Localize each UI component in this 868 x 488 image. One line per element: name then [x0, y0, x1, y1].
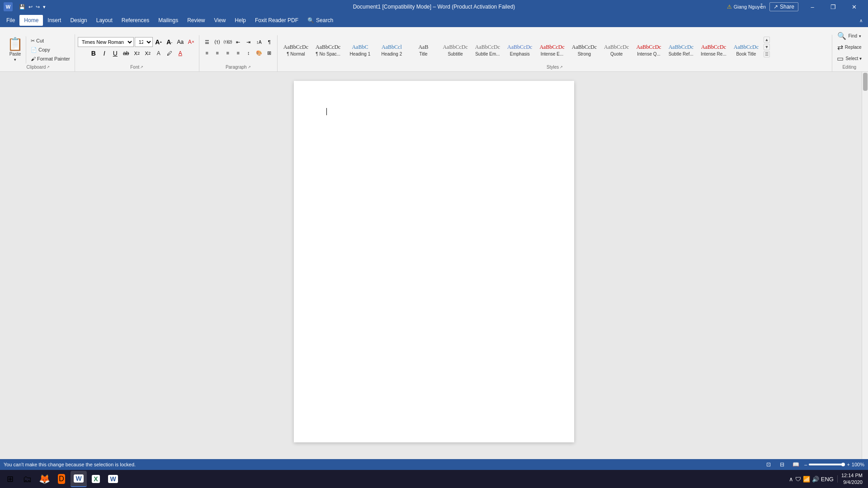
copy-button[interactable]: 📄 Copy	[29, 45, 72, 54]
menu-mailings[interactable]: Mailings	[154, 15, 183, 26]
share-button[interactable]: ↗ Share	[769, 2, 798, 11]
zoom-level[interactable]: 100%	[852, 462, 864, 467]
undo-button[interactable]: ↩	[28, 3, 33, 11]
paste-button[interactable]: 📋 Paste ▾	[5, 36, 26, 64]
align-right-button[interactable]: ≡	[223, 48, 233, 58]
styles-scroll-down[interactable]: ▼	[764, 44, 770, 50]
menu-view[interactable]: View	[210, 15, 231, 26]
font-name-select[interactable]: Times New Roman	[78, 37, 134, 47]
zoom-in-icon[interactable]: +	[847, 462, 849, 467]
font-expand-icon[interactable]: ↗	[140, 65, 143, 69]
style-item-9[interactable]: AaBbCcDc Strong	[569, 37, 600, 64]
style-item-12[interactable]: AaBbCcDc Subtle Ref...	[665, 37, 697, 64]
menu-design[interactable]: Design	[66, 15, 91, 26]
taskbar-app-firefox[interactable]: 🦊	[36, 471, 52, 487]
bold-button[interactable]: B	[89, 48, 99, 58]
numbering-button[interactable]: ⑴	[212, 37, 222, 47]
find-dropdown-icon[interactable]: ▾	[859, 34, 861, 38]
taskbar-app-excel[interactable]: X	[88, 471, 104, 487]
style-item-2[interactable]: AaBbC Heading 1	[344, 37, 375, 64]
strikethrough-button[interactable]: ab	[121, 48, 131, 58]
font-color-button[interactable]: A	[175, 48, 185, 58]
style-item-8[interactable]: AaBbCcDc Intense E...	[536, 37, 567, 64]
sort-button[interactable]: ↕A	[254, 37, 264, 47]
shading-button[interactable]: 🎨	[254, 48, 264, 58]
styles-expand-icon[interactable]: ↗	[560, 65, 563, 69]
style-item-14[interactable]: AaBbCcDc Book Title	[731, 37, 762, 64]
web-layout-view-button[interactable]: ⊟	[777, 460, 787, 469]
superscript-button[interactable]: X2	[143, 48, 153, 58]
increase-indent-button[interactable]: ⇥	[244, 37, 254, 47]
paste-dropdown-icon[interactable]: ▾	[14, 57, 16, 62]
style-item-10[interactable]: AaBbCcDc Quote	[601, 37, 632, 64]
subscript-button[interactable]: X2	[132, 48, 142, 58]
align-center-button[interactable]: ≡	[212, 48, 222, 58]
menu-foxit[interactable]: Foxit Reader PDF	[250, 15, 303, 26]
menu-layout[interactable]: Layout	[92, 15, 117, 26]
zoom-slider[interactable]	[809, 464, 845, 465]
styles-more[interactable]: ☰	[764, 51, 770, 57]
zoom-out-icon[interactable]: –	[804, 462, 807, 467]
style-item-5[interactable]: AaBbCcDc Subtitle	[439, 37, 471, 64]
taskbar-app-file-explorer[interactable]: 🗂	[19, 471, 35, 487]
clipboard-expand-icon[interactable]: ↗	[47, 65, 50, 69]
style-item-6[interactable]: AaBbCcDc Subtle Em...	[472, 37, 503, 64]
styles-scroll-up[interactable]: ▲	[764, 37, 770, 43]
replace-button[interactable]: ⇄ Replace	[835, 42, 863, 52]
style-item-0[interactable]: AaBbCcDc ¶ Normal	[280, 37, 311, 64]
scrollbar-thumb[interactable]	[863, 73, 868, 91]
show-formatting-button[interactable]: ¶	[264, 37, 274, 47]
redo-button[interactable]: ↪	[35, 3, 41, 11]
format-painter-button[interactable]: 🖌 Format Painter	[29, 54, 72, 63]
language-tray[interactable]: ENG	[821, 476, 834, 483]
italic-button[interactable]: I	[99, 48, 109, 58]
clear-formatting-button[interactable]: A✕	[186, 37, 196, 47]
justify-button[interactable]: ≡	[233, 48, 243, 58]
paragraph-expand-icon[interactable]: ↗	[248, 65, 251, 69]
bullets-button[interactable]: ☰	[202, 37, 212, 47]
style-item-4[interactable]: AaB Title	[408, 37, 439, 64]
find-button[interactable]: 🔍 Find ▾	[835, 31, 863, 41]
ribbon-collapse-button[interactable]: ∧	[855, 15, 866, 26]
style-item-1[interactable]: AaBbCcDc ¶ No Spac...	[312, 37, 344, 64]
menu-home[interactable]: Home	[19, 15, 43, 26]
border-button[interactable]: ⊞	[264, 48, 274, 58]
taskbar-app-word2[interactable]: W	[105, 471, 121, 487]
time-block[interactable]: 12:14 PM 9/4/2020	[841, 472, 863, 486]
font-grow-button[interactable]: A+	[154, 37, 164, 47]
menu-references[interactable]: References	[117, 15, 154, 26]
change-case-button[interactable]: Aa	[175, 37, 185, 47]
menu-search[interactable]: 🔍 Search	[303, 15, 338, 26]
quick-access-more-button[interactable]: ▾	[42, 3, 47, 11]
minimize-button[interactable]: –	[802, 0, 823, 14]
multilevel-list-button[interactable]: ⑴⑵	[223, 37, 233, 47]
align-left-button[interactable]: ≡	[202, 48, 212, 58]
menu-help[interactable]: Help	[230, 15, 250, 26]
style-item-13[interactable]: AaBbCcDc Intense Re...	[698, 37, 730, 64]
select-button[interactable]: ▭ Select ▾	[835, 53, 863, 64]
restore-button[interactable]: ❐	[823, 0, 844, 14]
font-size-select[interactable]: 12	[135, 37, 153, 47]
read-mode-button[interactable]: 📖	[791, 460, 801, 469]
taskbar-app-word[interactable]: W	[71, 471, 87, 487]
save-button[interactable]: 💾	[18, 3, 26, 11]
close-button[interactable]: ✕	[844, 0, 864, 14]
menu-insert[interactable]: Insert	[43, 15, 66, 26]
style-item-3[interactable]: AaBbCcl Heading 2	[376, 37, 407, 64]
underline-button[interactable]: U	[110, 48, 120, 58]
taskbar-app-dragon[interactable]: D	[53, 471, 70, 487]
menu-file[interactable]: File	[2, 15, 19, 26]
document-page[interactable]	[294, 81, 574, 442]
vertical-scrollbar[interactable]	[862, 72, 868, 459]
style-item-7[interactable]: AaBbCcDc Emphasis	[504, 37, 535, 64]
start-button[interactable]: ⊞	[2, 471, 18, 487]
cut-button[interactable]: ✂ Cut	[29, 36, 72, 45]
font-shrink-button[interactable]: A-	[165, 37, 175, 47]
document-area[interactable]	[0, 72, 868, 459]
style-item-11[interactable]: AaBbCcDc Intense Q...	[633, 37, 664, 64]
tray-up-icon[interactable]: ∧	[789, 476, 793, 483]
text-effects-button[interactable]: A	[154, 48, 164, 58]
print-layout-view-button[interactable]: ⊡	[764, 460, 774, 469]
highlight-color-button[interactable]: 🖊	[165, 48, 175, 58]
line-spacing-button[interactable]: ↕	[244, 48, 254, 58]
